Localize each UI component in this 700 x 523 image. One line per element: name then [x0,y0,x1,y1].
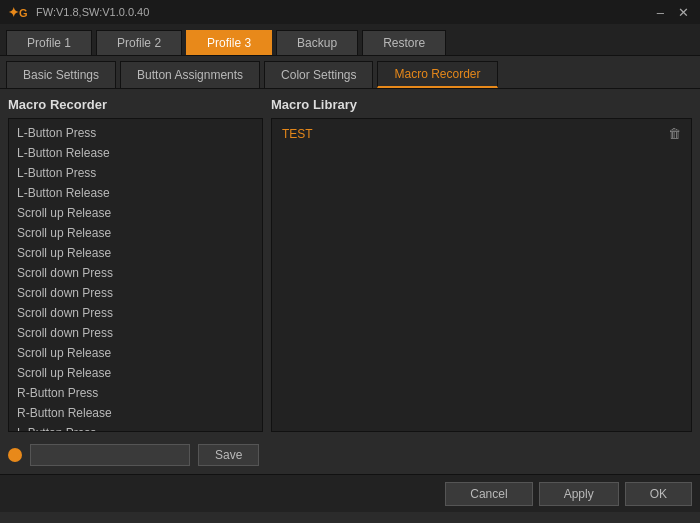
close-button[interactable]: ✕ [675,5,692,20]
title-bar-left: ✦ G FW:V1.8,SW:V1.0.0.40 [8,4,149,20]
delete-library-item-icon[interactable]: 🗑 [668,126,681,141]
cancel-button[interactable]: Cancel [445,482,532,506]
profile-tab-profile3[interactable]: Profile 3 [186,30,272,55]
library-item-name: TEST [282,127,313,141]
action-bar: Cancel Apply OK [0,474,700,512]
macro-list-item[interactable]: R-Button Release [9,403,262,423]
library-item[interactable]: TEST🗑 [276,123,687,144]
macro-recorder-title: Macro Recorder [8,97,263,112]
save-indicator-dot [8,448,22,462]
gear-logo-icon: ✦ G [8,4,30,20]
macro-list-item[interactable]: Scroll up Release [9,223,262,243]
title-controls: – ✕ [654,5,692,20]
macro-list-item[interactable]: Scroll down Press [9,323,262,343]
macro-list-item[interactable]: Scroll up Release [9,343,262,363]
macro-recorder-panel: Macro Recorder L-Button PressL-Button Re… [8,97,263,432]
sub-tab-button[interactable]: Button Assignments [120,61,260,88]
macro-library-list[interactable]: TEST🗑 [271,118,692,432]
macro-list-item[interactable]: Scroll up Release [9,243,262,263]
svg-text:✦: ✦ [8,5,19,20]
macro-list-item[interactable]: L-Button Press [9,123,262,143]
macro-list-item[interactable]: Scroll up Release [9,363,262,383]
sub-tabs: Basic SettingsButton AssignmentsColor Se… [0,56,700,89]
minimize-button[interactable]: – [654,5,667,20]
svg-text:G: G [19,7,28,19]
sub-tab-macro[interactable]: Macro Recorder [377,61,497,88]
title-bar: ✦ G FW:V1.8,SW:V1.0.0.40 – ✕ [0,0,700,24]
profile-tabs: Profile 1Profile 2Profile 3BackupRestore [0,24,700,56]
profile-tab-restore[interactable]: Restore [362,30,446,55]
app-title: FW:V1.8,SW:V1.0.0.40 [36,6,149,18]
macro-list-item[interactable]: Scroll up Release [9,203,262,223]
macro-list-item[interactable]: L-Button Release [9,143,262,163]
profile-tab-profile2[interactable]: Profile 2 [96,30,182,55]
macro-list-item[interactable]: R-Button Press [9,383,262,403]
main-content: Macro Recorder L-Button PressL-Button Re… [0,89,700,436]
apply-button[interactable]: Apply [539,482,619,506]
macro-list-container[interactable]: L-Button PressL-Button ReleaseL-Button P… [8,118,263,432]
profile-tab-backup[interactable]: Backup [276,30,358,55]
macro-list-item[interactable]: Scroll down Press [9,283,262,303]
macro-list-item[interactable]: L-Button Press [9,423,262,431]
save-bar: Save [0,436,700,474]
macro-list-item[interactable]: L-Button Release [9,183,262,203]
sub-tab-basic[interactable]: Basic Settings [6,61,116,88]
ok-button[interactable]: OK [625,482,692,506]
macro-list[interactable]: L-Button PressL-Button ReleaseL-Button P… [9,119,262,431]
sub-tab-color[interactable]: Color Settings [264,61,373,88]
macro-library-title: Macro Library [271,97,692,112]
macro-list-item[interactable]: Scroll down Press [9,263,262,283]
profile-tab-profile1[interactable]: Profile 1 [6,30,92,55]
macro-list-item[interactable]: Scroll down Press [9,303,262,323]
macro-library-panel: Macro Library TEST🗑 [271,97,692,432]
macro-name-input[interactable] [30,444,190,466]
macro-list-item[interactable]: L-Button Press [9,163,262,183]
save-button[interactable]: Save [198,444,259,466]
